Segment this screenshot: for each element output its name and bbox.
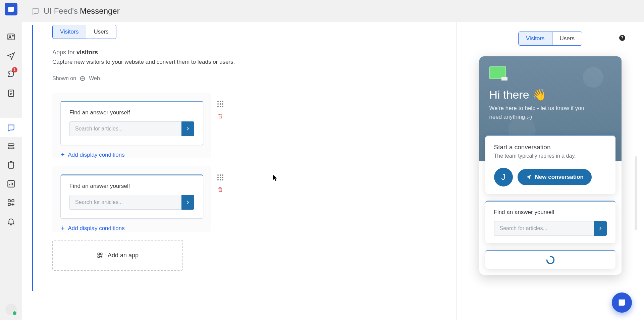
apps-for-prefix: Apps for bbox=[52, 49, 76, 56]
clipboard-icon bbox=[7, 161, 15, 169]
chevron-right-icon bbox=[598, 226, 603, 231]
trash-icon bbox=[217, 186, 223, 193]
article-search-input[interactable] bbox=[69, 195, 181, 210]
add-display-conditions-button-1[interactable]: + Add display conditions bbox=[61, 151, 203, 158]
apps-add-icon bbox=[97, 252, 103, 258]
preview-scrollbar[interactable] bbox=[635, 156, 637, 230]
loading-card bbox=[485, 250, 615, 269]
svg-rect-3 bbox=[8, 144, 14, 145]
tab-users[interactable]: Users bbox=[86, 25, 116, 39]
nav-articles[interactable] bbox=[0, 84, 22, 103]
nav-reports2[interactable] bbox=[0, 156, 22, 174]
spinner-icon bbox=[546, 255, 555, 265]
preview-segmented-control: Visitors Users bbox=[518, 32, 582, 46]
preview-article-search-input[interactable] bbox=[494, 221, 594, 236]
messenger-launcher[interactable] bbox=[612, 292, 632, 313]
nav-contacts[interactable] bbox=[0, 28, 22, 46]
nav-inbox[interactable]: 1 bbox=[0, 65, 22, 84]
nav-reports[interactable] bbox=[0, 174, 22, 193]
card-title: Find an answer yourself bbox=[69, 109, 194, 116]
article-search-card: Find an answer yourself bbox=[60, 101, 203, 145]
app-block-1: Find an answer yourself + Add display co… bbox=[52, 93, 211, 158]
messenger-icon bbox=[7, 123, 15, 132]
shown-on-row: Shown on Web bbox=[52, 75, 311, 82]
nav-messenger[interactable] bbox=[0, 118, 22, 137]
svg-rect-4 bbox=[8, 147, 14, 149]
add-an-app-button[interactable]: Add an app bbox=[52, 240, 183, 271]
bar-chart-icon bbox=[7, 179, 15, 188]
chevron-right-icon bbox=[185, 200, 191, 205]
svg-rect-10 bbox=[8, 203, 10, 206]
svg-rect-14 bbox=[98, 256, 99, 258]
start-conversation-card: Start a conversation The team typically … bbox=[485, 135, 615, 194]
messenger-preview: Hi there 👋 We're here to help - let us k… bbox=[479, 56, 622, 275]
cursor-icon bbox=[273, 174, 277, 181]
apps-for-subtitle: Capture new visitors to your website and… bbox=[52, 59, 311, 65]
new-conversation-label: New conversation bbox=[535, 174, 584, 180]
add-app-label: Add an app bbox=[108, 252, 139, 259]
config-panel: Visitors Users Apps for visitors Capture… bbox=[22, 22, 456, 320]
svg-rect-12 bbox=[98, 253, 99, 255]
drag-handle[interactable] bbox=[217, 174, 223, 180]
article-search-input[interactable] bbox=[69, 121, 181, 136]
delete-button[interactable] bbox=[217, 113, 223, 120]
user-avatar[interactable] bbox=[5, 304, 17, 315]
app-block-2: Find an answer yourself + Add display co… bbox=[52, 166, 211, 232]
nav-outbound[interactable] bbox=[0, 46, 22, 65]
header-title-main: Messenger bbox=[80, 6, 120, 16]
greeting-subtitle: We're here to help - let us know if you … bbox=[489, 104, 590, 121]
reply-time-text: The team typically replies in a day. bbox=[494, 153, 607, 159]
document-icon bbox=[7, 89, 15, 98]
tab-visitors[interactable]: Visitors bbox=[53, 25, 86, 39]
preview-tab-users[interactable]: Users bbox=[552, 32, 582, 45]
globe-icon bbox=[79, 75, 86, 82]
card-title: Find an answer yourself bbox=[494, 209, 607, 216]
start-conversation-title: Start a conversation bbox=[494, 144, 607, 151]
messenger-header-icon bbox=[32, 7, 40, 15]
contacts-icon bbox=[7, 33, 15, 41]
inbox-badge: 1 bbox=[12, 67, 17, 72]
apps-grid-icon bbox=[7, 198, 15, 207]
svg-rect-13 bbox=[100, 253, 102, 255]
audience-segmented-control: Visitors Users bbox=[52, 25, 116, 39]
send-arrow-icon bbox=[7, 51, 15, 60]
intercom-logo[interactable] bbox=[5, 3, 17, 15]
apps-for-strong: visitors bbox=[76, 49, 98, 56]
svg-rect-8 bbox=[8, 200, 10, 202]
chevron-right-icon bbox=[185, 126, 191, 131]
add-display-conditions-button-2[interactable]: + Add display conditions bbox=[61, 225, 203, 232]
shown-on-value: Web bbox=[89, 75, 100, 82]
delete-button[interactable] bbox=[217, 186, 223, 194]
preview-help-button[interactable]: ? bbox=[619, 35, 625, 41]
drag-handle[interactable] bbox=[217, 101, 223, 107]
nav-notifications[interactable] bbox=[0, 212, 22, 231]
article-search-card: Find an answer yourself bbox=[60, 174, 203, 219]
nav-apps[interactable] bbox=[0, 193, 22, 212]
svg-point-1 bbox=[9, 36, 11, 38]
svg-rect-9 bbox=[12, 200, 14, 202]
workspace-thumbnail bbox=[489, 66, 506, 79]
apps-for-heading: Apps for visitors bbox=[52, 49, 311, 56]
card-title: Find an answer yourself bbox=[69, 183, 194, 190]
team-avatar: J bbox=[494, 168, 513, 186]
trash-icon bbox=[217, 113, 223, 119]
plus-icon: + bbox=[61, 225, 65, 232]
shown-on-label: Shown on bbox=[52, 75, 76, 82]
intercom-logo-icon bbox=[7, 5, 15, 13]
add-conditions-label: Add display conditions bbox=[68, 152, 125, 158]
new-conversation-button[interactable]: New conversation bbox=[518, 169, 592, 185]
left-navigation-rail: 1 bbox=[0, 0, 22, 320]
send-icon bbox=[526, 174, 532, 180]
bell-icon bbox=[7, 217, 15, 226]
page-header: UI Feed's Messenger bbox=[22, 0, 644, 22]
search-submit-button[interactable] bbox=[181, 121, 194, 136]
preview-tab-visitors[interactable]: Visitors bbox=[519, 32, 552, 45]
search-submit-button[interactable] bbox=[181, 195, 194, 210]
preview-search-submit-button[interactable] bbox=[594, 221, 607, 236]
add-conditions-label: Add display conditions bbox=[68, 225, 125, 232]
messenger-preview-panel: Visitors Users ? Hi there 👋 We're here t… bbox=[456, 22, 644, 320]
launcher-icon bbox=[617, 298, 627, 307]
stacked-icon bbox=[7, 142, 15, 151]
nav-operator[interactable] bbox=[0, 137, 22, 156]
plus-icon: + bbox=[61, 151, 65, 158]
